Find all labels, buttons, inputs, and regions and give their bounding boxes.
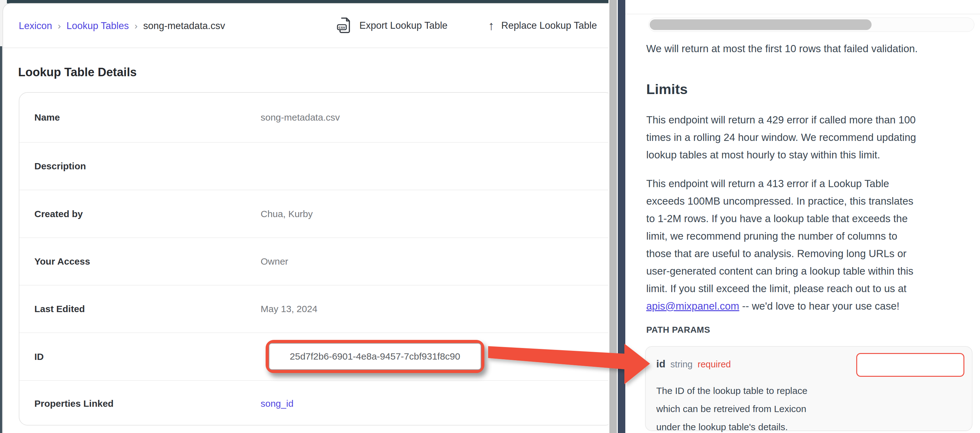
param-type: string (670, 359, 692, 369)
row-label: Last Edited (19, 304, 261, 314)
row-value: song-metadata.csv (261, 112, 340, 123)
replace-lookup-table-button[interactable]: ↑ Replace Lookup Table (488, 17, 609, 34)
upload-arrow-icon: ↑ (488, 19, 495, 33)
path-params-heading: PATH PARAMS (646, 325, 710, 335)
page-title: Lookup Table Details (18, 65, 137, 79)
param-id-input[interactable] (856, 353, 964, 377)
lookup-table-id-value: 25d7f2b6-6901-4e8a-9457-7cbf931f8c90 (269, 343, 481, 370)
param-required-badge: required (697, 359, 730, 369)
panel-divider-strip (618, 0, 625, 433)
param-name: id (656, 358, 665, 370)
limits-paragraph-1: This endpoint will return a 429 error if… (646, 111, 977, 164)
param-description: The ID of the lookup table to replace wh… (656, 382, 808, 433)
breadcrumb-separator-icon: › (58, 20, 61, 32)
table-row-your-access: Your Access Owner (19, 237, 613, 285)
breadcrumb: Lexicon › Lookup Tables › song-metadata.… (19, 20, 225, 32)
apis-mixpanel-email-link[interactable]: apis@mixpanel.com (646, 300, 740, 312)
replace-button-label: Replace Lookup Table (501, 20, 597, 31)
csv-file-icon: csv (337, 17, 351, 34)
after-link-text: -- we'd love to hear your use case! (740, 300, 900, 312)
export-button-label: Export Lookup Table (360, 20, 447, 31)
param-header: id string required (656, 358, 731, 370)
row-value: May 13, 2024 (261, 304, 318, 314)
breadcrumb-separator-icon: › (134, 20, 137, 32)
table-row-last-edited: Last Edited May 13, 2024 (19, 285, 613, 333)
limits-heading: Limits (646, 81, 688, 97)
limits-paragraph-2: This endpoint will return a 413 error if… (646, 175, 977, 315)
docs-intro-text: We will return at most the first 10 rows… (646, 43, 918, 55)
breadcrumb-lexicon[interactable]: Lexicon (19, 20, 52, 32)
breadcrumb-lookup-tables[interactable]: Lookup Tables (67, 20, 129, 32)
table-row-name: Name song-metadata.csv (19, 93, 613, 142)
breadcrumb-current-file: song-metadata.csv (143, 20, 225, 32)
row-label: ID (19, 352, 261, 362)
docs-top-divider (625, 14, 980, 14)
table-row-description: Description (19, 142, 613, 189)
table-row-created-by: Created by Chua, Kurby (19, 189, 613, 237)
row-label: Created by (19, 209, 261, 219)
row-label: Your Access (19, 256, 261, 267)
horizontal-scrollbar-thumb[interactable] (650, 19, 872, 30)
export-lookup-table-button[interactable]: csv Export Lookup Table (337, 17, 447, 34)
row-label: Description (19, 161, 261, 172)
row-label: Properties Linked (19, 398, 261, 409)
row-label: Name (19, 112, 261, 123)
table-row-properties-linked: Properties Linked song_id (19, 380, 613, 426)
app-left-edge-strip (0, 46, 2, 433)
header-divider (3, 48, 608, 48)
id-highlight-annotation: 25d7f2b6-6901-4e8a-9457-7cbf931f8c90 (266, 340, 484, 373)
lookup-table-details-card: Name song-metadata.csv Description Creat… (19, 92, 614, 425)
row-value: Chua, Kurby (261, 209, 313, 219)
vertical-scrollbar[interactable] (609, 0, 617, 433)
csv-icon-label: csv (339, 25, 345, 30)
song-id-link[interactable]: song_id (261, 398, 293, 409)
row-value: Owner (261, 256, 288, 267)
